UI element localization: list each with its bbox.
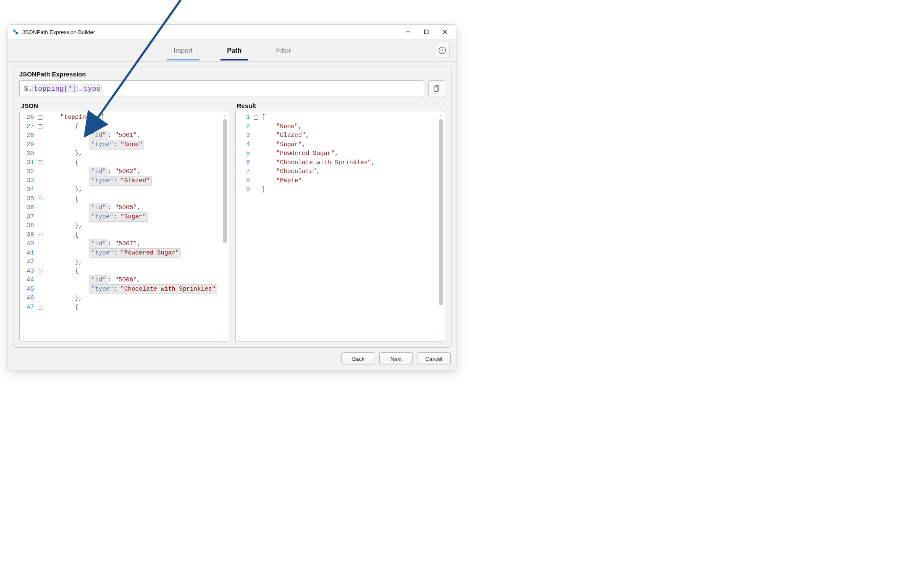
code-line: 31− { xyxy=(20,158,229,168)
maximize-button[interactable] xyxy=(417,26,436,38)
code-line: 44 "id": "5006", xyxy=(20,276,229,285)
help-button[interactable]: ? xyxy=(435,43,450,58)
footer-buttons: Back Next Cancel xyxy=(8,348,457,370)
next-button[interactable]: Next xyxy=(379,352,413,365)
code-line: 4 "Sugar", xyxy=(236,140,445,150)
code-line: 2 "None", xyxy=(236,122,445,131)
app-icon xyxy=(12,29,19,35)
json-editor[interactable]: 26− "topping": [27− {28 "id": "5001",29 … xyxy=(19,111,229,341)
minimize-icon xyxy=(405,29,410,34)
code-line: 45 "type": "Chocolate with Sprinkles" xyxy=(20,285,229,294)
json-panel: JSON 26− "topping": [27− {28 "id": "5001… xyxy=(19,102,229,341)
window-title: JSONPath Expression Builder xyxy=(22,29,95,35)
code-line: 37 "type": "Sugar" xyxy=(20,213,229,222)
tab-bar: Import Path Filter ? xyxy=(8,39,457,62)
code-line: 3 "Glazed", xyxy=(236,131,445,140)
code-line: 46 }, xyxy=(20,294,229,303)
back-button[interactable]: Back xyxy=(341,352,375,365)
copy-button[interactable] xyxy=(428,80,445,97)
titlebar: JSONPath Expression Builder xyxy=(8,25,457,39)
path-section: JSONPath Expression $.topping[*].type xyxy=(13,66,451,348)
code-line: 36 "id": "5005", xyxy=(20,203,229,213)
tab-import[interactable]: Import xyxy=(171,41,195,60)
result-scrollbar-vertical[interactable]: ⌃ ⌄ xyxy=(438,113,444,332)
tab-path[interactable]: Path xyxy=(225,41,244,60)
window-controls xyxy=(399,26,454,38)
code-line: 33 "type": "Glazed" xyxy=(20,176,229,186)
code-line: 1−[ xyxy=(236,113,445,122)
expression-input[interactable]: $.topping[*].type xyxy=(19,80,424,97)
copy-icon xyxy=(433,85,441,92)
dialog-window: JSONPath Expression Builder Import Path … xyxy=(8,24,457,370)
code-line: 41 "type": "Powdered Sugar" xyxy=(20,249,229,258)
code-line: 47− { xyxy=(20,303,229,312)
result-label: Result xyxy=(235,102,445,109)
json-scrollbar-horizontal[interactable]: 〈〉 xyxy=(21,334,221,340)
maximize-icon xyxy=(424,29,429,34)
code-line: 42 }, xyxy=(20,257,229,267)
result-editor[interactable]: 1−[2 "None",3 "Glazed",4 "Sugar",5 "Powd… xyxy=(235,111,445,341)
code-line: 26− "topping": [ xyxy=(20,113,229,122)
close-button[interactable] xyxy=(436,26,454,38)
result-scrollbar-horizontal[interactable]: 〈〉 xyxy=(236,334,437,340)
result-panel: Result 1−[2 "None",3 "Glazed",4 "Sugar",… xyxy=(235,102,445,341)
code-line: 7 "Chocolate", xyxy=(236,167,445,176)
code-line: 28 "id": "5001", xyxy=(20,131,229,140)
json-label: JSON xyxy=(19,102,229,109)
code-line: 9] xyxy=(236,185,445,194)
code-line: 43− { xyxy=(20,267,229,276)
code-line: 5 "Powdered Sugar", xyxy=(236,149,445,158)
code-line: 34 }, xyxy=(20,185,229,194)
svg-rect-4 xyxy=(425,30,428,34)
cancel-button[interactable]: Cancel xyxy=(417,352,451,365)
code-line: 40 "id": "5007", xyxy=(20,239,229,249)
tab-filter[interactable]: Filter xyxy=(273,41,294,60)
help-icon: ? xyxy=(438,47,446,54)
code-line: 29 "type": "None" xyxy=(20,140,229,150)
json-scrollbar-vertical[interactable]: ⌃ ⌄ xyxy=(222,113,228,332)
svg-text:?: ? xyxy=(441,48,444,53)
code-line: 8 "Maple" xyxy=(236,176,445,186)
code-line: 38 }, xyxy=(20,221,229,231)
code-line: 32 "id": "5002", xyxy=(20,167,229,176)
code-line: 27− { xyxy=(20,122,229,131)
close-icon xyxy=(442,29,447,34)
minimize-button[interactable] xyxy=(399,26,417,38)
code-line: 30 }, xyxy=(20,149,229,158)
code-line: 39− { xyxy=(20,231,229,240)
code-line: 35− { xyxy=(20,194,229,204)
code-line: 6 "Chocolate with Sprinkles", xyxy=(236,158,445,168)
expression-label: JSONPath Expression xyxy=(19,71,445,78)
svg-rect-10 xyxy=(434,87,438,92)
